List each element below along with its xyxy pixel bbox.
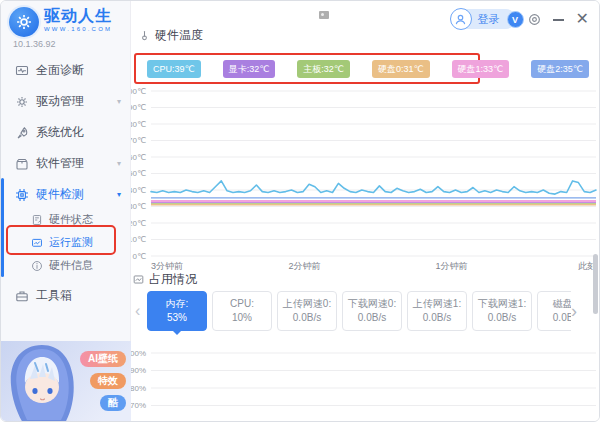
app-window: 驱动人生 WWW.160.COM 10.1.36.92 全面诊断 驱动管理 ▾ …	[0, 0, 600, 422]
sidebar-item-system-optimization[interactable]: 系统优化	[1, 117, 131, 148]
app-logo: 驱动人生 WWW.160.COM	[9, 7, 112, 37]
app-version: 10.1.36.92	[13, 39, 56, 49]
usage-chart: 100%90%80%70%60%	[131, 339, 600, 422]
promo-badges: AI壁纸特效酷	[80, 351, 126, 411]
thermometer-icon	[139, 30, 150, 41]
cards-scroll-right-icon[interactable]: ›	[571, 300, 577, 322]
sidebar-subnav: 硬件状态 运行监测 硬件信息	[1, 208, 131, 277]
sidebar-subitem-hardware-status[interactable]: 硬件状态	[1, 208, 131, 231]
svg-text:80%: 80%	[131, 384, 146, 393]
usage-card-download-0[interactable]: 下载网速0: 0.0B/s	[342, 291, 402, 331]
svg-text:90%: 90%	[131, 366, 146, 375]
usage-section-header: 占用情况	[133, 271, 197, 288]
temp-badge-disk1[interactable]: 硬盘1:33℃	[452, 60, 510, 78]
login-label: 登录	[478, 12, 500, 27]
cards-scroll-left-icon[interactable]: ‹	[135, 300, 140, 322]
svg-text:2分钟前: 2分钟前	[288, 261, 320, 271]
sidebar-toolbox-row: 工具箱	[1, 280, 131, 311]
titlebar-controls: 登录 V ✕	[452, 8, 589, 30]
promo-banner[interactable]: AI壁纸特效酷	[1, 341, 131, 422]
svg-text:70℃: 70℃	[131, 136, 146, 145]
logo-gear-icon	[9, 7, 39, 37]
diagnosis-icon	[15, 64, 29, 78]
sidebar-subitem-hardware-info[interactable]: 硬件信息	[1, 254, 131, 277]
usage-card-disk-0[interactable]: 磁盘0: 0.0B/s	[537, 291, 571, 331]
svg-text:0℃: 0℃	[133, 252, 146, 261]
svg-text:100℃: 100℃	[131, 87, 146, 96]
app-name: 驱动人生	[44, 7, 112, 25]
usage-cards-row: ‹ 内存: 53% CPU: 10% 上传网速0: 0.0B/s 下载网速0: …	[131, 290, 600, 336]
svg-text:70%: 70%	[131, 401, 146, 410]
close-button[interactable]: ✕	[576, 12, 589, 26]
software-box-icon	[15, 157, 29, 171]
temp-badge-disk2[interactable]: 硬盘2:35℃	[531, 60, 589, 78]
svg-text:90℃: 90℃	[131, 103, 146, 112]
rocket-icon	[15, 126, 29, 140]
temperature-badges-annotated-box: CPU:39℃显卡:32℃主板:32℃硬盘0:31℃硬盘1:33℃硬盘2:35℃	[134, 53, 480, 84]
sidebar-item-full-diagnosis[interactable]: 全面诊断	[1, 55, 131, 86]
temp-badge-gpu[interactable]: 显卡:32℃	[223, 60, 276, 78]
temperature-section-header: 硬件温度	[139, 27, 203, 44]
usage-card-upload-0[interactable]: 上传网速0: 0.0B/s	[277, 291, 337, 331]
svg-text:10℃: 10℃	[131, 235, 146, 244]
promo-character-image	[1, 341, 83, 422]
sidebar-nav: 全面诊断 驱动管理 ▾ 系统优化 软件管理 ▾ 硬件检测 ▾	[1, 55, 131, 210]
mini-image-icon	[319, 11, 329, 19]
temp-badge-motherboard[interactable]: 主板:32℃	[297, 60, 350, 78]
usage-card-memory[interactable]: 内存: 53%	[147, 291, 207, 331]
info-icon	[31, 260, 43, 272]
sidebar-item-driver-management[interactable]: 驱动管理 ▾	[1, 86, 131, 117]
temp-badge-disk0[interactable]: 硬盘0:31℃	[372, 60, 430, 78]
temp-badge-cpu[interactable]: CPU:39℃	[147, 60, 201, 78]
avatar	[450, 8, 472, 30]
svg-text:3分钟前: 3分钟前	[151, 261, 183, 271]
usage-card-cpu[interactable]: CPU: 10%	[212, 291, 272, 331]
login-button[interactable]: 登录 V	[452, 8, 516, 30]
vertical-scrollbar-thumb[interactable]	[593, 254, 598, 314]
usage-card-download-1[interactable]: 下载网速1: 0.0B/s	[472, 291, 532, 331]
usage-section-title: 占用情况	[149, 271, 197, 288]
svg-text:1分钟前: 1分钟前	[435, 261, 467, 271]
temperature-chart: 100℃90℃80℃70℃60℃50℃40℃30℃20℃10℃0℃3分钟前2分钟…	[131, 85, 600, 281]
sidebar-item-hardware-detection[interactable]: 硬件检测 ▾	[1, 179, 131, 210]
doc-status-icon	[31, 214, 43, 226]
promo-pill-2: 酷	[100, 395, 126, 411]
svg-text:20℃: 20℃	[131, 219, 146, 228]
svg-text:100%: 100%	[131, 349, 146, 358]
svg-text:60℃: 60℃	[131, 153, 146, 162]
app-site: WWW.160.COM	[44, 25, 112, 33]
svg-text:30℃: 30℃	[131, 202, 146, 211]
usage-card-upload-1[interactable]: 上传网速1: 0.0B/s	[407, 291, 467, 331]
sidebar-subitem-run-monitor[interactable]: 运行监测	[1, 231, 131, 254]
sidebar: 驱动人生 WWW.160.COM 10.1.36.92 全面诊断 驱动管理 ▾ …	[1, 1, 131, 422]
svg-text:40℃: 40℃	[131, 186, 146, 195]
usage-chart-icon	[133, 274, 144, 285]
temperature-section-title: 硬件温度	[155, 27, 203, 44]
svg-text:80℃: 80℃	[131, 120, 146, 129]
svg-text:50℃: 50℃	[131, 169, 146, 178]
cards-viewport: 内存: 53% CPU: 10% 上传网速0: 0.0B/s 下载网速0: 0.…	[147, 291, 571, 337]
settings-gear-icon[interactable]	[527, 12, 542, 27]
monitor-chart-icon	[31, 237, 43, 249]
sidebar-item-software-management[interactable]: 软件管理 ▾	[1, 148, 131, 179]
promo-pill-0: AI壁纸	[80, 351, 126, 367]
main-panel: 硬件温度 CPU:39℃显卡:32℃主板:32℃硬盘0:31℃硬盘1:33℃硬盘…	[131, 1, 600, 422]
driver-gear-icon	[15, 95, 29, 109]
minimize-button[interactable]	[553, 12, 565, 26]
hardware-chip-icon	[15, 188, 29, 202]
vip-badge: V	[507, 11, 524, 28]
promo-pill-1: 特效	[90, 373, 126, 389]
toolbox-icon	[15, 289, 29, 303]
sidebar-item-toolbox[interactable]: 工具箱	[1, 280, 131, 311]
